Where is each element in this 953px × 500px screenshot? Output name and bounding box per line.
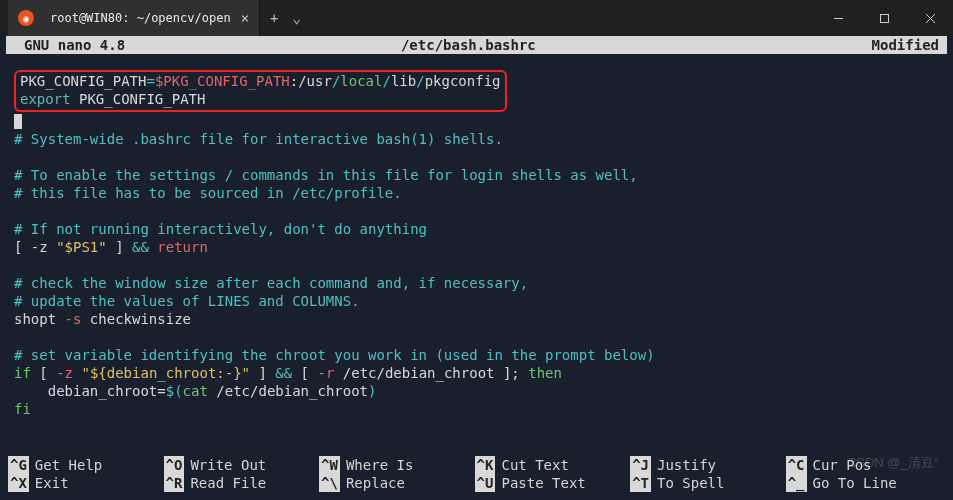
shortcut-item: ^JJustify [630, 456, 786, 474]
shortcut-label: Paste Text [501, 474, 585, 492]
shortcut-label: Cut Text [501, 456, 568, 474]
svg-rect-1 [880, 14, 888, 22]
shortcut-label: To Spell [657, 474, 724, 492]
comment: # To enable the settings / commands in t… [14, 167, 638, 183]
nano-shortcut-bar: ^GGet Help^OWrite Out^WWhere Is^KCut Tex… [8, 456, 945, 492]
shortcut-item: ^\Replace [319, 474, 475, 492]
comment: # check the window size after each comma… [14, 275, 528, 291]
shortcut-label: Go To Line [813, 474, 897, 492]
comment: # set variable identifying the chroot yo… [14, 347, 655, 363]
highlight-box: PKG_CONFIG_PATH=$PKG_CONFIG_PATH:/usr/lo… [14, 70, 507, 112]
shortcut-key: ^_ [786, 474, 807, 492]
minimize-button[interactable] [815, 0, 861, 36]
shortcut-key: ^\ [319, 474, 340, 492]
shortcut-key: ^U [475, 474, 496, 492]
shortcut-label: Write Out [190, 456, 266, 474]
shortcut-label: Get Help [35, 456, 102, 474]
shortcut-item: ^RRead File [164, 474, 320, 492]
nano-filename: /etc/bash.bashrc [65, 36, 871, 54]
shortcut-item: ^UPaste Text [475, 474, 631, 492]
shortcut-key: ^R [164, 474, 185, 492]
shortcut-item: ^TTo Spell [630, 474, 786, 492]
tab-actions: + ⌄ [260, 10, 311, 26]
shortcut-key: ^T [630, 474, 651, 492]
maximize-button[interactable] [861, 0, 907, 36]
shortcut-key: ^X [8, 474, 29, 492]
shortcut-label: Read File [190, 474, 266, 492]
shortcut-key: ^J [630, 456, 651, 474]
shortcut-item: ^GGet Help [8, 456, 164, 474]
shortcut-key: ^G [8, 456, 29, 474]
shortcut-label: Exit [35, 474, 69, 492]
window-controls [815, 0, 953, 36]
close-tab-button[interactable]: × [241, 10, 249, 26]
cursor [14, 114, 22, 129]
new-tab-button[interactable]: + [270, 10, 278, 26]
shortcut-label: Replace [346, 474, 405, 492]
shortcut-key: ^C [786, 456, 807, 474]
shortcut-key: ^W [319, 456, 340, 474]
comment: # this file has to be sourced in /etc/pr… [14, 185, 402, 201]
shortcut-item: ^_Go To Line [786, 474, 942, 492]
shortcut-key: ^K [475, 456, 496, 474]
close-window-button[interactable] [907, 0, 953, 36]
shortcut-label: Where Is [346, 456, 413, 474]
window-titlebar: root@WIN80: ~/opencv/open × + ⌄ [0, 0, 953, 36]
nano-modified: Modified [872, 36, 939, 54]
shortcut-item: ^WWhere Is [319, 456, 475, 474]
tab-title: root@WIN80: ~/opencv/open [50, 11, 231, 25]
comment: # If not running interactively, don't do… [14, 221, 427, 237]
ubuntu-icon [18, 10, 34, 26]
terminal-body[interactable]: GNU nano 4.8 /etc/bash.bashrc Modified P… [0, 36, 953, 418]
editor-content[interactable]: PKG_CONFIG_PATH=$PKG_CONFIG_PATH:/usr/lo… [6, 54, 947, 418]
shortcut-key: ^O [164, 456, 185, 474]
shortcut-label: Justify [657, 456, 716, 474]
tab-dropdown-button[interactable]: ⌄ [293, 10, 301, 26]
comment: # update the values of LINES and COLUMNS… [14, 293, 360, 309]
nano-status-bar: GNU nano 4.8 /etc/bash.bashrc Modified [6, 36, 947, 54]
comment: # System-wide .bashrc file for interacti… [14, 131, 503, 147]
shortcut-item: ^KCut Text [475, 456, 631, 474]
shortcut-item: ^XExit [8, 474, 164, 492]
shortcut-item: ^OWrite Out [164, 456, 320, 474]
watermark: CSDN @_清豆° [847, 454, 939, 472]
terminal-tab[interactable]: root@WIN80: ~/opencv/open × [8, 0, 260, 36]
